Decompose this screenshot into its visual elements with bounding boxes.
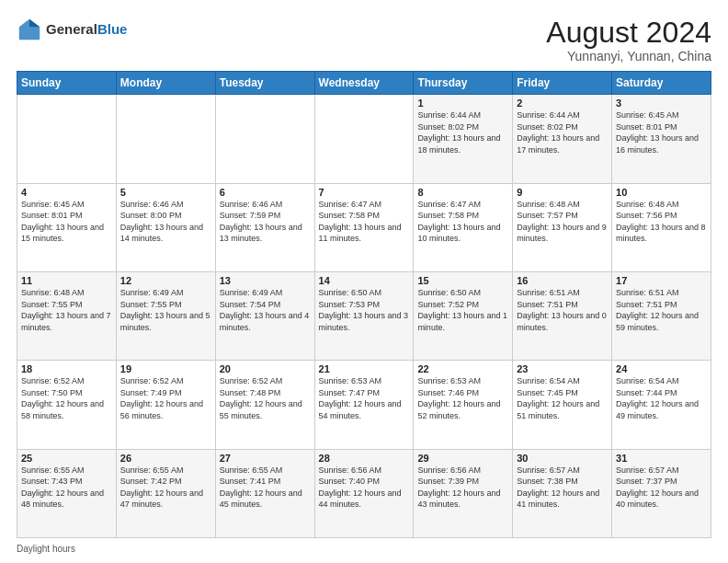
day-info: Sunrise: 6:55 AM Sunset: 7:42 PM Dayligh… [120, 465, 211, 511]
day-number: 27 [220, 453, 311, 464]
calendar-header-row: SundayMondayTuesdayWednesdayThursdayFrid… [17, 72, 711, 95]
day-info: Sunrise: 6:47 AM Sunset: 7:58 PM Dayligh… [319, 199, 410, 245]
calendar-cell: 23Sunrise: 6:54 AM Sunset: 7:45 PM Dayli… [513, 361, 612, 449]
calendar-cell: 31Sunrise: 6:57 AM Sunset: 7:37 PM Dayli… [612, 449, 711, 537]
subtitle: Yunnanyi, Yunnan, China [546, 49, 711, 63]
day-info: Sunrise: 6:53 AM Sunset: 7:46 PM Dayligh… [417, 375, 508, 421]
calendar-cell: 13Sunrise: 6:49 AM Sunset: 7:54 PM Dayli… [215, 271, 314, 360]
day-info: Sunrise: 6:50 AM Sunset: 7:52 PM Dayligh… [417, 287, 508, 333]
logo-text: GeneralBlue [46, 22, 127, 38]
calendar-cell: 27Sunrise: 6:55 AM Sunset: 7:41 PM Dayli… [215, 449, 314, 537]
day-number: 26 [120, 453, 211, 464]
day-number: 12 [120, 275, 211, 286]
day-number: 16 [517, 275, 608, 286]
calendar-week-row: 18Sunrise: 6:52 AM Sunset: 7:50 PM Dayli… [17, 361, 711, 449]
logo-icon [17, 17, 42, 42]
day-number: 18 [21, 363, 112, 374]
day-info: Sunrise: 6:46 AM Sunset: 7:59 PM Dayligh… [220, 199, 311, 245]
day-number: 28 [319, 453, 410, 464]
calendar-week-row: 25Sunrise: 6:55 AM Sunset: 7:43 PM Dayli… [17, 449, 711, 537]
day-number: 13 [220, 275, 311, 286]
page: GeneralBlue August 2024 Yunnanyi, Yunnan… [0, 0, 728, 563]
day-number: 9 [517, 187, 608, 198]
day-number: 2 [517, 98, 608, 109]
calendar-week-row: 4Sunrise: 6:45 AM Sunset: 8:01 PM Daylig… [17, 183, 711, 271]
day-number: 8 [417, 187, 508, 198]
day-info: Sunrise: 6:55 AM Sunset: 7:43 PM Dayligh… [21, 465, 112, 511]
day-info: Sunrise: 6:54 AM Sunset: 7:44 PM Dayligh… [616, 375, 707, 421]
day-number: 21 [319, 363, 410, 374]
day-info: Sunrise: 6:45 AM Sunset: 8:01 PM Dayligh… [616, 109, 707, 155]
day-number: 24 [616, 363, 707, 374]
day-info: Sunrise: 6:55 AM Sunset: 7:41 PM Dayligh… [220, 465, 311, 511]
day-info: Sunrise: 6:52 AM Sunset: 7:50 PM Dayligh… [21, 375, 112, 421]
day-info: Sunrise: 6:51 AM Sunset: 7:51 PM Dayligh… [517, 287, 608, 333]
footer-text: Daylight hours [17, 544, 75, 554]
day-number: 30 [517, 453, 608, 464]
day-number: 23 [517, 363, 608, 374]
day-info: Sunrise: 6:52 AM Sunset: 7:49 PM Dayligh… [120, 375, 211, 421]
calendar-cell: 2Sunrise: 6:44 AM Sunset: 8:02 PM Daylig… [513, 95, 612, 183]
day-number: 6 [220, 187, 311, 198]
day-number: 22 [417, 363, 508, 374]
calendar-cell: 30Sunrise: 6:57 AM Sunset: 7:38 PM Dayli… [513, 449, 612, 537]
day-number: 29 [417, 453, 508, 464]
day-info: Sunrise: 6:49 AM Sunset: 7:55 PM Dayligh… [120, 287, 211, 333]
day-info: Sunrise: 6:52 AM Sunset: 7:48 PM Dayligh… [220, 375, 311, 421]
day-info: Sunrise: 6:50 AM Sunset: 7:53 PM Dayligh… [319, 287, 410, 333]
svg-marker-1 [29, 19, 40, 27]
calendar-cell: 19Sunrise: 6:52 AM Sunset: 7:49 PM Dayli… [116, 361, 215, 449]
calendar-cell: 4Sunrise: 6:45 AM Sunset: 8:01 PM Daylig… [17, 183, 117, 271]
calendar-header-cell: Thursday [414, 72, 513, 95]
calendar-cell: 24Sunrise: 6:54 AM Sunset: 7:44 PM Dayli… [612, 361, 711, 449]
day-info: Sunrise: 6:45 AM Sunset: 8:01 PM Dayligh… [21, 199, 112, 245]
header: GeneralBlue August 2024 Yunnanyi, Yunnan… [17, 17, 711, 63]
calendar-header-cell: Saturday [612, 72, 711, 95]
logo: GeneralBlue [17, 17, 127, 42]
day-info: Sunrise: 6:49 AM Sunset: 7:54 PM Dayligh… [220, 287, 311, 333]
day-info: Sunrise: 6:56 AM Sunset: 7:40 PM Dayligh… [319, 465, 410, 511]
day-info: Sunrise: 6:48 AM Sunset: 7:57 PM Dayligh… [517, 199, 608, 245]
day-number: 7 [319, 187, 410, 198]
calendar-cell: 9Sunrise: 6:48 AM Sunset: 7:57 PM Daylig… [513, 183, 612, 271]
calendar-table: SundayMondayTuesdayWednesdayThursdayFrid… [17, 71, 711, 538]
calendar-cell: 7Sunrise: 6:47 AM Sunset: 7:58 PM Daylig… [314, 183, 414, 271]
day-number: 5 [120, 187, 211, 198]
calendar-cell: 18Sunrise: 6:52 AM Sunset: 7:50 PM Dayli… [17, 361, 117, 449]
calendar-cell: 5Sunrise: 6:46 AM Sunset: 8:00 PM Daylig… [116, 183, 215, 271]
day-number: 31 [616, 453, 707, 464]
calendar-header-cell: Monday [116, 72, 215, 95]
calendar-cell [17, 95, 117, 183]
calendar-cell: 8Sunrise: 6:47 AM Sunset: 7:58 PM Daylig… [414, 183, 513, 271]
day-info: Sunrise: 6:44 AM Sunset: 8:02 PM Dayligh… [417, 109, 508, 155]
calendar-cell: 1Sunrise: 6:44 AM Sunset: 8:02 PM Daylig… [414, 95, 513, 183]
calendar-cell: 21Sunrise: 6:53 AM Sunset: 7:47 PM Dayli… [314, 361, 414, 449]
day-info: Sunrise: 6:48 AM Sunset: 7:56 PM Dayligh… [616, 199, 707, 245]
day-number: 10 [616, 187, 707, 198]
day-info: Sunrise: 6:57 AM Sunset: 7:38 PM Dayligh… [517, 465, 608, 511]
footer: Daylight hours [17, 544, 711, 554]
calendar-cell: 28Sunrise: 6:56 AM Sunset: 7:40 PM Dayli… [314, 449, 414, 537]
calendar-cell: 16Sunrise: 6:51 AM Sunset: 7:51 PM Dayli… [513, 271, 612, 360]
day-number: 4 [21, 187, 112, 198]
calendar-cell: 12Sunrise: 6:49 AM Sunset: 7:55 PM Dayli… [116, 271, 215, 360]
calendar-cell: 29Sunrise: 6:56 AM Sunset: 7:39 PM Dayli… [414, 449, 513, 537]
title-block: August 2024 Yunnanyi, Yunnan, China [546, 17, 711, 63]
calendar-header-cell: Sunday [17, 72, 117, 95]
calendar-cell: 22Sunrise: 6:53 AM Sunset: 7:46 PM Dayli… [414, 361, 513, 449]
calendar-week-row: 1Sunrise: 6:44 AM Sunset: 8:02 PM Daylig… [17, 95, 711, 183]
day-number: 14 [319, 275, 410, 286]
day-info: Sunrise: 6:51 AM Sunset: 7:51 PM Dayligh… [616, 287, 707, 333]
day-info: Sunrise: 6:56 AM Sunset: 7:39 PM Dayligh… [417, 465, 508, 511]
calendar-cell: 14Sunrise: 6:50 AM Sunset: 7:53 PM Dayli… [314, 271, 414, 360]
day-info: Sunrise: 6:54 AM Sunset: 7:45 PM Dayligh… [517, 375, 608, 421]
day-number: 11 [21, 275, 112, 286]
calendar-cell: 3Sunrise: 6:45 AM Sunset: 8:01 PM Daylig… [612, 95, 711, 183]
main-title: August 2024 [546, 17, 711, 49]
day-info: Sunrise: 6:44 AM Sunset: 8:02 PM Dayligh… [517, 109, 608, 155]
calendar-cell: 26Sunrise: 6:55 AM Sunset: 7:42 PM Dayli… [116, 449, 215, 537]
day-info: Sunrise: 6:46 AM Sunset: 8:00 PM Dayligh… [120, 199, 211, 245]
calendar-header-cell: Tuesday [215, 72, 314, 95]
day-info: Sunrise: 6:53 AM Sunset: 7:47 PM Dayligh… [319, 375, 410, 421]
calendar-cell [314, 95, 414, 183]
